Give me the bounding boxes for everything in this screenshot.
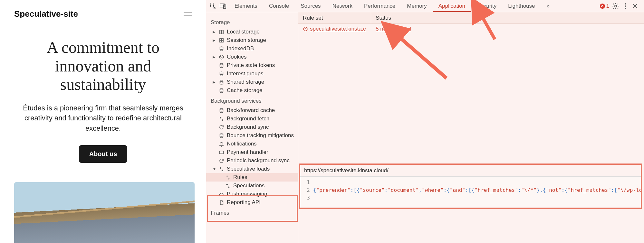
sidebar-item-label: Speculations <box>233 182 264 189</box>
sidebar-item-payment-handler[interactable]: Payment handler <box>206 148 298 156</box>
grid-icon <box>218 29 224 35</box>
sidebar-item-rules[interactable]: Rules <box>206 173 298 182</box>
device-toolbar-icon[interactable] <box>219 2 227 10</box>
tab-console[interactable]: Console <box>263 0 295 12</box>
updown-icon <box>225 174 231 180</box>
sidebar-item-periodic-background-sync[interactable]: Periodic background sync <box>206 156 298 165</box>
sidebar-item-label: Session storage <box>227 37 266 43</box>
sidebar-item-cookies[interactable]: ▶Cookies <box>206 53 298 61</box>
sidebar-item-shared-storage[interactable]: ▶Shared storage <box>206 78 298 86</box>
tab-sources[interactable]: Sources <box>295 0 326 12</box>
card-icon <box>218 149 224 155</box>
rules-table-row[interactable]: speculativesite.kinsta.c 5 not triggered <box>298 24 644 34</box>
svg-point-5 <box>625 5 626 7</box>
sidebar-item-speculations[interactable]: Speculations <box>206 182 298 190</box>
tab-application[interactable]: Application <box>433 0 471 12</box>
line-number: 3 <box>300 194 310 202</box>
sidebar-item-label: Push messaging <box>227 191 267 197</box>
error-indicator[interactable]: ✕ 1 <box>600 3 609 9</box>
tab-security[interactable]: Security <box>471 0 502 12</box>
more-tabs-icon[interactable]: » <box>541 0 555 12</box>
sidebar-item-label: Reporting API <box>227 199 261 206</box>
db-icon <box>218 71 224 77</box>
sidebar-item-reporting-api[interactable]: Reporting API <box>206 198 298 207</box>
rule-set-cell[interactable]: speculativesite.kinsta.c <box>298 24 371 34</box>
svg-rect-0 <box>210 3 214 6</box>
about-us-button[interactable]: About us <box>79 145 128 163</box>
sidebar-item-indexeddb[interactable]: IndexedDB <box>206 44 298 53</box>
json-token: "\/*" <box>521 187 536 193</box>
line-number-gutter: 123 <box>300 179 313 202</box>
updown-icon <box>225 183 231 189</box>
grid-icon <box>218 37 224 43</box>
sidebar-item-local-storage[interactable]: ▶Local storage <box>206 28 298 36</box>
sidebar-item-label: Background fetch <box>227 116 269 122</box>
settings-gear-icon[interactable] <box>612 2 620 10</box>
rule-json-source: 123 {"prerender":[{"source":"document","… <box>300 177 641 208</box>
json-token: "href_matches" <box>475 187 518 193</box>
application-main: Rule set Status speculativesite.kinsta.c… <box>298 12 644 243</box>
sidebar-item-notifications[interactable]: Notifications <box>206 140 298 148</box>
hero-paragraph: Études is a pioneering firm that seamles… <box>16 103 190 134</box>
rule-detail-url: https://speculativesite.kinsta.cloud/ <box>300 165 641 177</box>
error-count: 1 <box>606 3 609 9</box>
svg-point-18 <box>220 108 223 110</box>
devtools-panel: ElementsConsoleSourcesNetworkPerformance… <box>206 0 644 243</box>
hamburger-menu-icon[interactable] <box>184 13 192 15</box>
sidebar-item-background-fetch[interactable]: Background fetch <box>206 115 298 123</box>
column-rule-set[interactable]: Rule set <box>298 12 371 24</box>
sidebar-item-label: Shared storage <box>227 79 264 85</box>
sidebar-item-label: Payment handler <box>227 149 268 155</box>
annotation-arrow-status <box>392 30 450 83</box>
json-token: "source" <box>360 187 385 193</box>
json-token: "where" <box>422 187 443 193</box>
json-token: "and" <box>450 187 465 193</box>
expand-arrow-icon: ▶ <box>213 80 216 84</box>
rules-table-header: Rule set Status <box>298 12 644 24</box>
tab-performance[interactable]: Performance <box>358 0 401 12</box>
warning-icon <box>303 26 308 32</box>
json-token: :{ <box>562 187 568 193</box>
updown-icon <box>218 116 224 122</box>
expand-arrow-icon: ▼ <box>213 167 216 171</box>
sidebar-item-push-messaging[interactable]: Push messaging <box>206 190 298 198</box>
sidebar-item-back-forward-cache[interactable]: Back/forward cache <box>206 106 298 115</box>
sidebar-item-cache-storage[interactable]: Cache storage <box>206 86 298 95</box>
svg-point-15 <box>220 72 223 73</box>
tab-lighthouse[interactable]: Lighthouse <box>502 0 541 12</box>
db-icon <box>218 107 224 113</box>
sidebar-item-background-sync[interactable]: Background sync <box>206 123 298 131</box>
sidebar-item-label: Cache storage <box>227 87 263 94</box>
close-devtools-icon[interactable] <box>631 2 639 10</box>
tab-elements[interactable]: Elements <box>229 0 263 12</box>
column-status[interactable]: Status <box>371 12 396 24</box>
json-token: { <box>313 187 316 193</box>
svg-point-10 <box>219 55 224 59</box>
json-token: :[{ <box>465 187 475 193</box>
json-token: },{ <box>537 187 546 193</box>
sidebar-item-session-storage[interactable]: ▶Session storage <box>206 36 298 44</box>
sidebar-item-bounce-tracking-mitigations[interactable]: Bounce tracking mitigations <box>206 131 298 140</box>
tab-network[interactable]: Network <box>327 0 358 12</box>
error-dot-icon: ✕ <box>600 4 605 9</box>
updown-icon <box>218 166 224 172</box>
json-source-line: {"prerender":[{"source":"document","wher… <box>313 179 641 202</box>
svg-point-9 <box>220 47 223 48</box>
rule-status-cell[interactable]: 5 not triggered <box>371 24 416 34</box>
tab-memory[interactable]: Memory <box>401 0 432 12</box>
kebab-menu-icon[interactable] <box>621 2 629 10</box>
sidebar-item-label: IndexedDB <box>227 45 254 52</box>
json-token: "document" <box>388 187 418 193</box>
devtools-tabbar: ElementsConsoleSourcesNetworkPerformance… <box>206 0 644 12</box>
sidebar-item-label: Back/forward cache <box>227 107 275 114</box>
inspect-element-icon[interactable] <box>209 2 217 10</box>
svg-point-6 <box>625 8 626 9</box>
site-title: Speculative-site <box>14 9 78 19</box>
sidebar-item-speculative-loads[interactable]: ▼Speculative loads <box>206 165 298 173</box>
json-token: , <box>419 187 422 193</box>
db-icon <box>218 133 224 138</box>
application-sidebar: Storage ▶Local storage▶Session storageIn… <box>206 12 298 243</box>
sidebar-item-interest-groups[interactable]: Interest groups <box>206 70 298 78</box>
db-icon <box>218 88 224 93</box>
sidebar-item-private-state-tokens[interactable]: Private state tokens <box>206 61 298 70</box>
